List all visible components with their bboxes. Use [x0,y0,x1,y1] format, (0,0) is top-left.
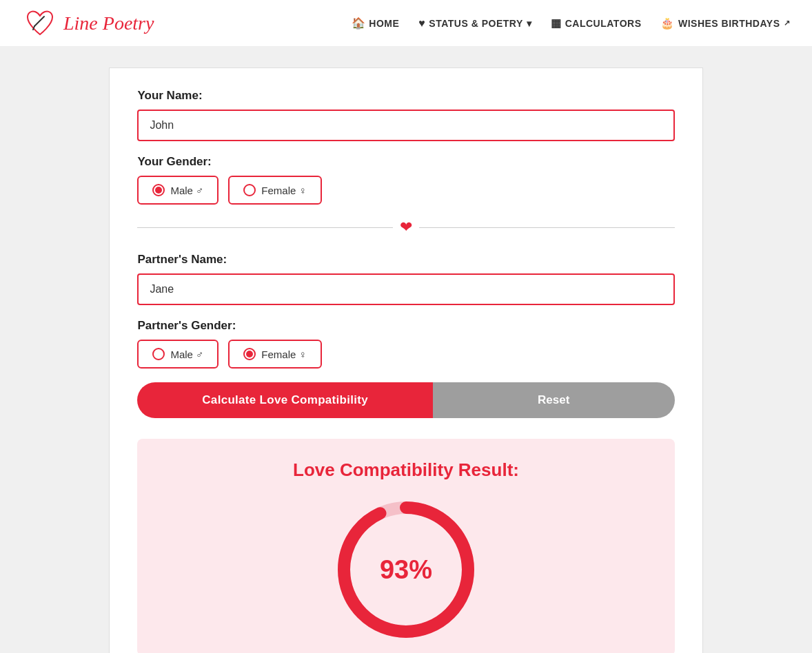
your-gender-female-label: Female ♀ [261,185,306,196]
partner-gender-female-label: Female ♀ [261,349,306,360]
your-gender-male[interactable]: Male ♂ [137,176,219,205]
birthday-icon: 🎂 [660,17,675,30]
your-gender-female[interactable]: Female ♀ [228,176,321,205]
partner-gender-male-label: Male ♂ [170,349,203,360]
donut-container: 93% [334,497,478,642]
sidebar-right [703,68,798,653]
result-title: Love Compatibility Result: [151,459,660,481]
reset-button[interactable]: Reset [433,382,675,418]
heart-icon: ♥ [418,17,425,30]
nav-home[interactable]: 🏠 HOME [352,17,400,30]
divider-right [419,227,675,228]
result-percentage: 93% [380,555,432,585]
heart-divider: ❤ [137,218,674,236]
partner-gender-row: Male ♂ Female ♀ [137,340,674,369]
nav-home-label: HOME [369,18,399,29]
partner-gender-female-radio [243,348,256,360]
partner-name-label: Partner's Name: [137,253,674,267]
your-gender-male-radio [152,184,165,196]
your-gender-row: Male ♂ Female ♀ [137,176,674,205]
your-name-label: Your Name: [137,89,674,103]
calculator-icon: ▦ [551,17,562,30]
navbar-links: 🏠 HOME ♥ STATUS & POETRY ▾ ▦ CALCULATORS… [352,17,790,30]
nav-status-poetry-label: STATUS & POETRY [429,18,522,29]
partner-gender-male[interactable]: Male ♂ [137,340,219,369]
buttons-row: Calculate Love Compatibility Reset [137,382,674,418]
logo[interactable]: Line Poetry [22,6,154,41]
nav-status-poetry[interactable]: ♥ STATUS & POETRY ▾ [418,17,531,30]
your-gender-female-radio [243,184,256,196]
partner-gender-female[interactable]: Female ♀ [228,340,321,369]
divider-left [137,227,393,228]
logo-text: Line Poetry [63,12,154,34]
main-layout: Your Name: Your Gender: Male ♂ Female ♀ … [0,47,812,653]
partner-gender-male-radio [152,348,165,360]
heart-divider-icon: ❤ [400,218,412,236]
partner-gender-label: Partner's Gender: [137,319,674,333]
your-gender-label: Your Gender: [137,155,674,169]
nav-calculators[interactable]: ▦ CALCULATORS [551,17,641,30]
donut-wrapper: 93% [151,497,660,642]
form-container: Your Name: Your Gender: Male ♂ Female ♀ … [109,68,702,653]
external-link-icon: ↗ [784,19,791,28]
chevron-down-icon: ▾ [527,18,532,29]
your-gender-male-label: Male ♂ [170,185,203,196]
nav-calculators-label: CALCULATORS [565,18,642,29]
navbar: Line Poetry 🏠 HOME ♥ STATUS & POETRY ▾ ▦… [0,0,812,47]
sidebar-left [14,68,109,653]
nav-wishes-birthdays-label: WISHES BIRTHDAYS [678,18,780,29]
calculate-button[interactable]: Calculate Love Compatibility [137,382,433,418]
your-name-input[interactable] [137,110,674,141]
home-icon: 🏠 [352,17,366,30]
nav-wishes-birthdays[interactable]: 🎂 WISHES BIRTHDAYS ↗ [660,17,790,30]
result-section: Love Compatibility Result: 93% [137,439,674,653]
logo-icon [22,6,58,41]
partner-name-input[interactable] [137,273,674,305]
svg-line-0 [34,17,44,26]
